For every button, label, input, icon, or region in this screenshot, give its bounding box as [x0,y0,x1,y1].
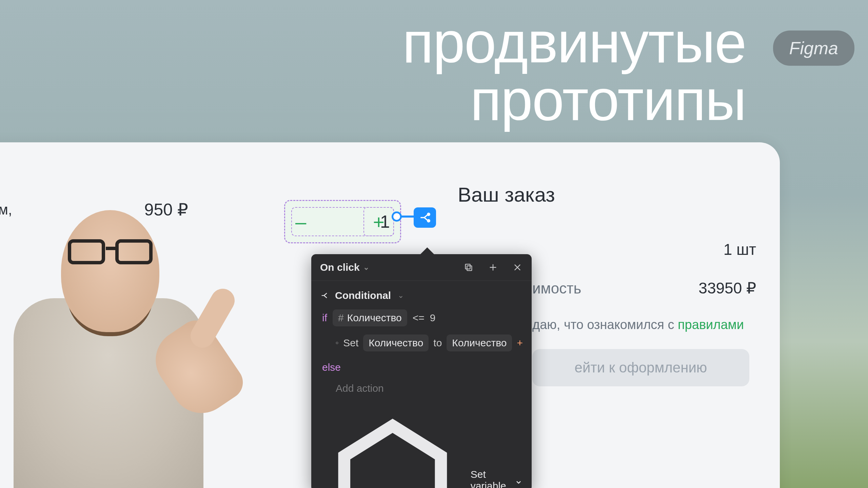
hero-line2: прототипы [402,71,746,129]
conditional-label: Conditional [335,290,391,301]
else-keyword: else [322,362,523,373]
order-count: 1 шт [724,240,756,259]
variable-name: Количество [369,337,423,349]
variable-name: Количество [452,337,507,349]
checkout-button[interactable]: ейти к оформлению [532,349,749,386]
quantity-stepper[interactable]: – 1 + [284,200,401,243]
svg-point-1 [428,220,430,222]
add-action-button[interactable]: Add action [336,383,523,394]
if-keyword: if [322,312,327,324]
prototype-interaction-chip[interactable] [414,207,436,228]
prototype-connection-line [401,216,415,218]
variable-pill-quantity-source[interactable]: Количество [447,334,512,351]
variable-pill-quantity-target[interactable]: Количество [363,334,429,351]
set-variable-section[interactable]: Set variable ⌄ [320,408,523,488]
add-icon[interactable] [488,262,498,273]
stepper-plus-selection[interactable]: + [363,207,394,236]
figma-badge: Figma [773,30,854,66]
svg-point-0 [428,213,430,215]
set-keyword: Set [343,337,358,349]
hero-title: продвинутые прототипы [402,14,746,129]
comparison-value: 9 [430,312,436,324]
order-total-value: 33950 ₽ [698,279,756,297]
plus-operator: + [517,337,523,349]
if-condition-row[interactable]: if # Количество <= 9 [322,309,523,326]
panel-header: On click ⌄ [311,254,532,281]
product-meta: 0 м, [0,202,12,218]
conditional-section[interactable]: Conditional ⌄ [320,290,523,301]
product-price: 950 ₽ [144,200,188,220]
order-title: Ваш заказ [458,183,763,206]
conditional-icon [320,291,330,300]
interaction-icon [418,211,431,224]
to-keyword: to [433,337,442,349]
rules-link[interactable]: правилами [678,318,744,332]
duplicate-icon[interactable] [463,262,474,273]
chevron-down-icon: ⌄ [514,474,523,486]
svg-rect-3 [466,264,470,269]
hash-icon: # [338,312,344,324]
chevron-down-icon: ⌄ [398,291,404,300]
close-icon[interactable] [512,262,523,273]
consent-prefix: даю, что ознакомился с [532,318,678,332]
variable-icon [336,339,338,347]
prototype-connection-node[interactable] [392,211,402,222]
comparison-operator: <= [413,312,425,324]
trigger-label: On click [320,262,360,273]
product-row: 0 м, 950 ₽ [0,200,188,220]
hero-line1: продвинутые [402,14,746,71]
svg-marker-4 [336,342,338,344]
variable-pill-quantity[interactable]: # Количество [333,309,407,326]
stepper-plus-button[interactable]: + [373,210,384,233]
chevron-down-icon: ⌄ [363,263,369,272]
stepper-minus-button[interactable]: – [295,210,306,233]
variable-icon [320,408,465,488]
svg-rect-2 [467,266,472,270]
panel-body: Conditional ⌄ if # Количество <= 9 Set К… [311,281,532,488]
variable-name: Количество [347,312,402,324]
consent-text: даю, что ознакомился с правилами [532,318,763,332]
set-variable-label: Set variable [471,469,509,488]
set-variable-action[interactable]: Set Количество to Количество + [336,334,523,351]
order-total-label: имость [532,280,581,297]
prototype-actions-panel: On click ⌄ Conditional ⌄ if # [311,254,532,488]
trigger-dropdown[interactable]: On click ⌄ [320,262,369,273]
svg-marker-5 [344,426,441,488]
